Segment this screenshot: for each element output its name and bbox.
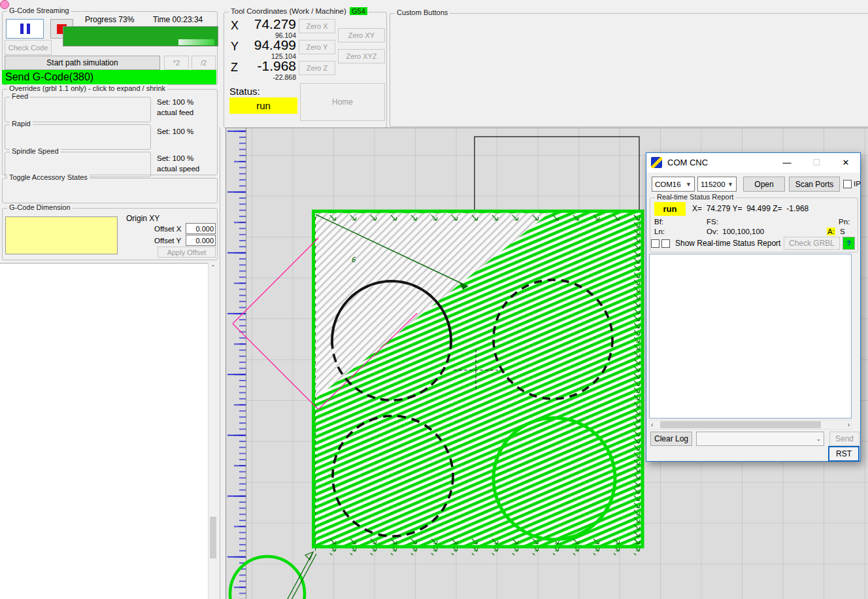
dialog-title-bar[interactable]: COM CNC — ☐ ✕ — [646, 153, 860, 173]
dimension-group: G-Code Dimension Origin XY Offset X Offs… — [2, 208, 218, 260]
accessory-group: Toggle Accessory States — [2, 178, 218, 203]
pause-icon — [27, 24, 30, 34]
axis-z-work: -1.968 — [224, 58, 296, 74]
chevron-down-icon: ▼ — [686, 181, 694, 188]
ip-label: IP — [854, 180, 861, 188]
offset-x-label: Offset X — [154, 225, 181, 233]
status-report-title: Real-time Status Report — [655, 193, 735, 201]
rapid-group: Rapid — [5, 124, 151, 150]
rst-button[interactable]: RST — [828, 446, 860, 462]
dimension-title: G-Code Dimension — [7, 203, 73, 211]
spindle-actual-label: actual speed — [157, 165, 199, 173]
command-input[interactable]: ⌄ — [696, 432, 824, 446]
tool-coordinates-group: Tool Coordinates (Work / Machine) G54 X … — [224, 12, 387, 128]
maximize-button[interactable]: ☐ — [802, 153, 831, 172]
status-value: run — [229, 97, 297, 114]
help-button[interactable]: ? — [843, 237, 855, 250]
log-hscrollbar-thumb[interactable] — [660, 421, 821, 428]
accessory-title: Toggle Accessory States — [7, 173, 90, 181]
zero-xy-button[interactable]: Zero XY — [338, 28, 385, 43]
g54-badge: G54 — [350, 7, 367, 15]
speed-div2-button[interactable]: /2 — [192, 56, 216, 70]
clear-log-button[interactable]: Clear Log — [650, 432, 692, 446]
axis-x-work: 74.279 — [224, 16, 296, 32]
feed-actual-label: actual feed — [157, 109, 193, 116]
custom-buttons-group: Custom Buttons — [390, 13, 868, 127]
accessory-s-value: S — [840, 228, 845, 235]
pause-button[interactable] — [6, 19, 44, 39]
progress-label: Progress 73% — [85, 15, 134, 24]
baud-value: 115200 — [701, 180, 726, 188]
dialog-title: COM CNC — [667, 158, 708, 167]
open-button[interactable]: Open — [743, 177, 785, 192]
zero-x-button[interactable]: Zero X — [299, 19, 335, 33]
progress-bar — [63, 26, 218, 46]
rapid-title: Rapid — [10, 120, 33, 128]
axis-y-work: 94.499 — [224, 37, 296, 53]
minimize-button[interactable]: — — [773, 153, 801, 172]
start-simulation-button[interactable]: Start path simulation — [5, 56, 160, 70]
axis-z-machine: -22.868 — [224, 73, 296, 81]
current-line-marker — [0, 0, 9, 9]
serial-log[interactable] — [649, 254, 852, 419]
spindle-title: Spindle Speed — [10, 147, 61, 155]
app-window: { "menu": {"items": [ {"label":"File","e… — [0, 0, 868, 599]
show-report-label: Show Real-time Status Report — [675, 239, 780, 248]
progress-buffer-bar — [178, 39, 214, 45]
bf-label: Bf: — [654, 218, 663, 226]
com-cnc-dialog[interactable]: COM CNC — ☐ ✕ COM16▼ 115200▼ Open Scan P… — [646, 152, 861, 462]
baud-select[interactable]: 115200▼ — [697, 177, 737, 192]
gcode-scrollbar[interactable]: ⌃ — [208, 263, 218, 599]
home-button[interactable]: Home — [300, 83, 385, 121]
scan-ports-button[interactable]: Scan Ports — [789, 177, 840, 192]
show-report-checkbox[interactable] — [651, 239, 659, 248]
feed-title: Feed — [10, 92, 30, 100]
show-report-checkbox-2[interactable] — [661, 239, 670, 248]
scroll-right-icon[interactable]: › — [848, 420, 850, 429]
custom-buttons-title: Custom Buttons — [395, 9, 450, 16]
pause-icon — [20, 24, 24, 34]
send-button[interactable]: Send — [829, 432, 860, 446]
speed-x2-button[interactable]: *2 — [164, 56, 189, 70]
fs-label: FS: — [707, 218, 718, 226]
ip-checkbox[interactable] — [843, 180, 852, 188]
send-gcode-button[interactable]: Send G-Code(380) — [2, 70, 216, 84]
dialog-coords: X= 74.279 Y= 94.499 Z= -1.968 — [692, 204, 809, 213]
offset-y-input[interactable] — [186, 235, 216, 246]
feed-group: Feed — [5, 97, 151, 122]
offset-y-label: Offset Y — [154, 237, 181, 245]
time-label: Time 00:23:34 — [153, 15, 203, 24]
tool-coordinates-title: Tool Coordinates (Work / Machine) — [229, 7, 348, 15]
log-hscrollbar[interactable]: ‹ › — [649, 420, 852, 430]
pn-label: Pn: — [839, 218, 850, 226]
gcode-listing[interactable] — [0, 263, 208, 599]
chevron-down-icon: ⌄ — [816, 436, 824, 442]
dimension-table — [5, 216, 118, 254]
close-button[interactable]: ✕ — [831, 153, 860, 172]
overrides-title: Overrides (grbl 1.1 only) - click to exp… — [7, 84, 167, 92]
feed-set-label: Set: 100 % — [157, 98, 193, 106]
rapid-set-label: Set: 100 % — [157, 128, 193, 135]
check-grbl-button[interactable]: Check GRBL — [784, 237, 840, 250]
scroll-up-icon[interactable]: ⌃ — [209, 263, 218, 272]
zero-y-button[interactable]: Zero Y — [299, 40, 335, 54]
ln-label: Ln: — [654, 228, 665, 235]
path-number-label: 6 — [352, 256, 356, 265]
group-title: G-Code Streaming — [7, 7, 71, 14]
check-code-button[interactable]: Check Code — [5, 40, 52, 55]
menu-bar — [0, 0, 868, 7]
offset-x-input[interactable] — [186, 223, 216, 234]
ov-value: Ov: 100,100,100 — [707, 228, 764, 235]
scroll-left-icon[interactable]: ‹ — [651, 420, 653, 429]
apply-offset-button[interactable]: Apply Offset — [158, 247, 216, 258]
port-value: COM16 — [655, 180, 681, 188]
spindle-set-label: Set: 100 % — [157, 154, 193, 162]
zero-xyz-button[interactable]: Zero XYZ — [338, 49, 385, 63]
gcode-scrollbar-thumb[interactable] — [210, 517, 216, 558]
zero-z-button[interactable]: Zero Z — [299, 61, 335, 75]
origin-xy-label: Origin XY — [126, 214, 159, 223]
panel-canvas-divider — [220, 128, 220, 599]
status-label: Status: — [229, 86, 260, 97]
app-icon — [651, 157, 662, 168]
port-select[interactable]: COM16▼ — [652, 177, 695, 192]
